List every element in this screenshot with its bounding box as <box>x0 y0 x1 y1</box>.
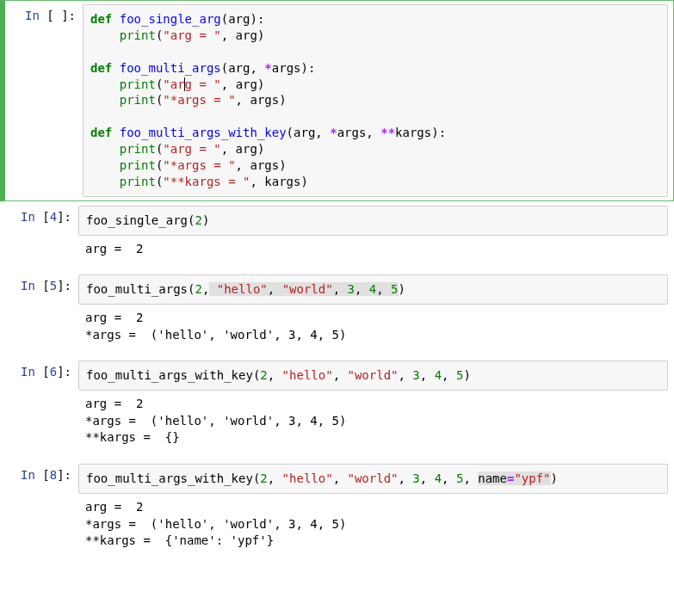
code-token: "hello" <box>217 282 268 296</box>
code-token: ( <box>221 12 228 26</box>
code-line[interactable]: def foo_multi_args(arg, *args): <box>90 60 660 77</box>
notebook: In [ ]:def foo_single_arg(arg): print("a… <box>0 0 674 563</box>
code-token: ) <box>202 213 209 227</box>
notebook-cell[interactable]: In [4]:foo_single_arg(2)arg = 2 <box>0 201 674 270</box>
code-token: ) <box>257 142 264 156</box>
code-line[interactable]: print("*args = ", args) <box>90 157 660 174</box>
code-token: print <box>120 93 156 107</box>
code-line[interactable]: print("arg = ", arg) <box>90 77 660 93</box>
code-line[interactable]: foo_single_arg(2) <box>86 213 660 229</box>
notebook-cell[interactable]: In [8]:foo_multi_args_with_key(2, "hello… <box>0 459 674 563</box>
notebook-cell[interactable]: In [5]:foo_multi_args(2, "hello", "world… <box>0 270 674 356</box>
code-token: print <box>120 158 156 172</box>
code-line[interactable]: print("arg = ", arg) <box>90 141 660 157</box>
code-token: ( <box>221 61 228 75</box>
code-token: , <box>376 282 391 296</box>
content-area: foo_multi_args(2, "hello", "world", 3, 4… <box>78 271 673 355</box>
notebook-cell[interactable]: In [6]:foo_multi_args_with_key(2, "hello… <box>0 356 674 459</box>
code-token: ) <box>399 282 405 296</box>
code-line[interactable] <box>90 44 660 60</box>
content-area: def foo_single_arg(arg): print("arg = ",… <box>83 1 673 200</box>
code-token: foo_multi_args_with_key <box>86 368 253 382</box>
code-token: print <box>120 77 156 91</box>
code-line[interactable]: def foo_multi_args_with_key(arg, *args, … <box>90 125 660 141</box>
code-token: print <box>120 28 156 42</box>
code-token: , <box>442 368 456 382</box>
code-token: , <box>366 126 380 139</box>
code-input[interactable]: foo_multi_args(2, "hello", "world", 3, 4… <box>78 274 668 305</box>
code-token: def <box>90 12 112 26</box>
code-line[interactable]: print("*args = ", args) <box>90 92 660 108</box>
code-token: "world" <box>347 471 398 485</box>
prompt-bracket: ]: <box>57 279 71 293</box>
code-token: ** <box>380 126 395 139</box>
code-token: kargs <box>264 175 300 188</box>
code-token: ) <box>279 158 286 172</box>
code-token: ) <box>279 93 286 107</box>
code-token: "world" <box>347 368 398 382</box>
code-token: 3 <box>348 282 355 296</box>
code-token: "arg = " <box>163 142 220 156</box>
code-token: arg <box>236 28 257 42</box>
code-token: , <box>315 126 330 139</box>
code-token: name <box>478 471 507 485</box>
code-token: "hello" <box>282 368 333 382</box>
code-token: 2 <box>195 213 201 227</box>
code-line[interactable]: print("arg = ", arg) <box>90 28 660 44</box>
prompt-bracket: ]: <box>57 365 71 379</box>
code-token: , <box>268 471 282 485</box>
code-token: * <box>264 61 271 75</box>
code-token: def <box>90 61 112 75</box>
code-line[interactable]: foo_multi_args_with_key(2, "hello", "wor… <box>86 471 660 487</box>
prompt-label: In <box>21 365 35 379</box>
code-token: foo_single_arg <box>86 213 188 227</box>
code-token: "ar <box>163 77 184 91</box>
code-token: "hello" <box>282 471 333 485</box>
code-input[interactable]: foo_multi_args_with_key(2, "hello", "wor… <box>78 464 668 494</box>
code-token: , <box>333 282 348 296</box>
content-area: foo_multi_args_with_key(2, "hello", "wor… <box>78 460 673 562</box>
prompt-bracket: [ <box>35 279 50 293</box>
code-token <box>112 61 119 75</box>
prompt-area: In [4]: <box>1 202 78 269</box>
code-input[interactable]: def foo_single_arg(arg): print("arg = ",… <box>83 4 668 197</box>
code-token: ) <box>300 175 307 188</box>
code-token: 2 <box>260 368 267 382</box>
prompt-area: In [ ]: <box>5 1 83 200</box>
prompt-number: 8 <box>50 468 57 482</box>
code-token: g = " <box>185 77 221 91</box>
content-area: foo_multi_args_with_key(2, "hello", "wor… <box>78 357 673 459</box>
code-token: foo_multi_args_with_key <box>86 471 253 485</box>
code-token: ): <box>301 61 316 75</box>
code-token: , <box>333 471 348 485</box>
code-token: ) <box>257 28 264 42</box>
code-token: ): <box>431 126 446 139</box>
code-token: 4 <box>369 282 376 296</box>
code-input[interactable]: foo_single_arg(2) <box>78 206 668 236</box>
code-token: , <box>250 175 264 188</box>
code-token: def <box>90 126 112 139</box>
code-token: , <box>420 368 435 382</box>
code-token <box>90 175 120 188</box>
code-line[interactable] <box>90 108 660 125</box>
code-token: foo_single_arg <box>120 12 221 26</box>
code-line[interactable]: def foo_single_arg(arg): <box>90 11 660 28</box>
prompt-bracket: ]: <box>61 9 76 22</box>
code-token: , <box>399 471 413 485</box>
code-line[interactable]: foo_multi_args(2, "hello", "world", 3, 4… <box>86 281 660 298</box>
highlighted-span: name="ypf" <box>478 471 550 485</box>
code-line[interactable]: foo_multi_args_with_key(2, "hello", "wor… <box>86 367 660 384</box>
cell-output: arg = 2 *args = ('hello', 'world', 3, 4,… <box>78 494 668 558</box>
code-token: , <box>250 61 264 75</box>
code-line[interactable]: print("**kargs = ", kargs) <box>90 174 660 190</box>
code-token <box>112 12 119 26</box>
prompt-bracket: [ <box>40 9 54 22</box>
code-token: "ypf" <box>514 471 550 485</box>
code-token: args <box>337 126 367 139</box>
prompt-area: In [8]: <box>1 460 78 562</box>
code-token: 4 <box>435 368 442 382</box>
notebook-cell[interactable]: In [ ]:def foo_single_arg(arg): print("a… <box>0 0 674 201</box>
code-input[interactable]: foo_multi_args_with_key(2, "hello", "wor… <box>78 360 668 391</box>
prompt-label: In <box>21 279 35 293</box>
code-token: , <box>236 93 250 107</box>
